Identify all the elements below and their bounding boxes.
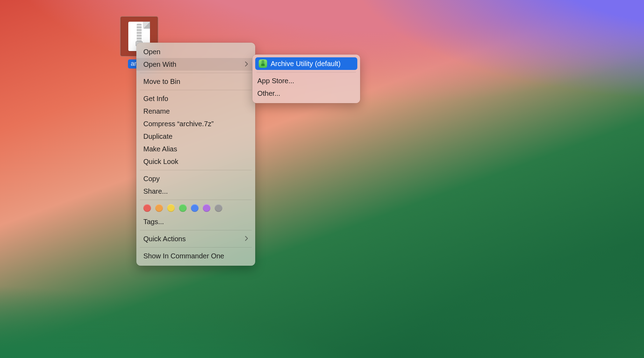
tag-color-dot-6[interactable] <box>215 204 222 212</box>
menu-separator <box>257 72 356 72</box>
chevron-right-icon <box>245 234 248 243</box>
menu-separator <box>140 90 252 90</box>
menu-item-label: Quick Actions <box>143 234 186 243</box>
menu-item-label: Quick Look <box>143 157 178 166</box>
menu-item-copy[interactable]: Copy <box>136 172 255 185</box>
menu-separator <box>140 73 252 73</box>
menu-item-label: Make Alias <box>143 144 177 153</box>
submenu-item-label: Archive Utility (default) <box>271 59 341 68</box>
menu-item-compress[interactable]: Compress “archive.7z” <box>136 117 255 130</box>
submenu-item-other[interactable]: Other... <box>252 87 360 100</box>
menu-separator <box>140 247 252 248</box>
menu-item-label: Compress “archive.7z” <box>143 119 214 128</box>
menu-item-label: Open With <box>143 60 176 69</box>
tag-color-dot-4[interactable] <box>191 204 199 212</box>
menu-item-label: Copy <box>143 174 160 183</box>
menu-item-duplicate[interactable]: Duplicate <box>136 130 255 143</box>
menu-item-make-alias[interactable]: Make Alias <box>136 143 255 155</box>
zipper-icon <box>137 24 142 43</box>
menu-item-label: Open <box>143 47 160 56</box>
menu-item-label: Tags... <box>143 217 164 226</box>
menu-item-label: Rename <box>143 107 170 116</box>
menu-item-quick-look[interactable]: Quick Look <box>136 155 255 168</box>
open-with-submenu: Archive Utility (default) App Store... O… <box>252 55 360 103</box>
menu-item-label: Get Info <box>143 94 168 103</box>
desktop-wallpaper <box>0 0 644 358</box>
menu-item-label: Share... <box>143 187 168 196</box>
menu-item-show-in-commander-one[interactable]: Show In Commander One <box>136 250 255 262</box>
menu-item-label: Show In Commander One <box>143 251 224 260</box>
menu-item-tags[interactable]: Tags... <box>136 215 255 228</box>
menu-item-share[interactable]: Share... <box>136 185 255 198</box>
chevron-right-icon <box>245 60 248 69</box>
archive-utility-app-icon <box>259 59 267 68</box>
menu-item-open[interactable]: Open <box>136 45 255 58</box>
tag-color-dot-1[interactable] <box>155 204 163 212</box>
submenu-item-app-store[interactable]: App Store... <box>252 74 360 87</box>
menu-separator <box>140 230 252 230</box>
context-menu: Open Open With Move to Bin Get Info Rena… <box>136 43 255 266</box>
menu-item-label: Move to Bin <box>143 77 180 86</box>
submenu-item-label: App Store... <box>257 76 294 85</box>
menu-item-label: Duplicate <box>143 132 172 141</box>
menu-separator <box>140 170 252 170</box>
menu-item-quick-actions[interactable]: Quick Actions <box>136 232 255 245</box>
tag-color-dot-5[interactable] <box>203 204 210 212</box>
menu-item-move-to-bin[interactable]: Move to Bin <box>136 75 255 88</box>
submenu-item-archive-utility[interactable]: Archive Utility (default) <box>255 57 357 70</box>
menu-item-open-with[interactable]: Open With <box>136 58 255 71</box>
menu-separator <box>140 200 252 200</box>
submenu-item-label: Other... <box>257 89 280 98</box>
tags-color-row <box>136 202 255 215</box>
tag-color-dot-0[interactable] <box>143 204 151 212</box>
menu-item-rename[interactable]: Rename <box>136 105 255 117</box>
tag-color-dot-3[interactable] <box>179 204 187 212</box>
tag-color-dot-2[interactable] <box>167 204 175 212</box>
menu-item-get-info[interactable]: Get Info <box>136 92 255 105</box>
